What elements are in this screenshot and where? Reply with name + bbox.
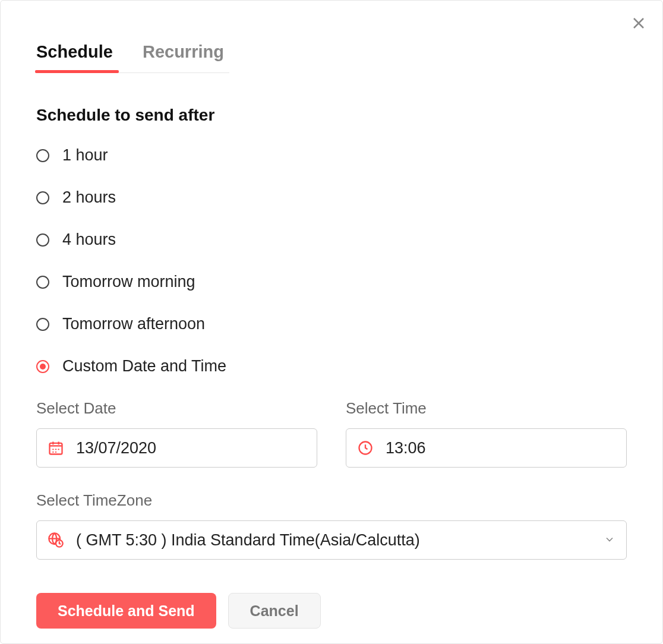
- svg-point-5: [55, 452, 56, 453]
- chevron-down-icon: [604, 531, 615, 550]
- radio-icon: [36, 149, 49, 162]
- schedule-options: 1 hour 2 hours 4 hours Tomorrow morning …: [36, 146, 627, 375]
- timezone-select[interactable]: ( GMT 5:30 ) India Standard Time(Asia/Ca…: [36, 520, 627, 560]
- time-value: 13:06: [386, 439, 615, 457]
- radio-4-hours[interactable]: 4 hours: [36, 231, 627, 249]
- timezone-label: Select TimeZone: [36, 491, 627, 510]
- radio-label: Tomorrow afternoon: [62, 315, 205, 333]
- radio-2-hours[interactable]: 2 hours: [36, 188, 627, 207]
- date-label: Select Date: [36, 399, 317, 418]
- radio-icon: [36, 233, 49, 247]
- radio-label: Tomorrow morning: [62, 273, 195, 291]
- tab-schedule[interactable]: Schedule: [36, 42, 113, 72]
- time-input[interactable]: 13:06: [346, 428, 627, 468]
- date-field: Select Date 13/07/2020: [36, 399, 317, 468]
- radio-label: 4 hours: [62, 231, 116, 249]
- svg-point-1: [52, 449, 53, 450]
- radio-tomorrow-morning[interactable]: Tomorrow morning: [36, 273, 627, 291]
- time-field: Select Time 13:06: [346, 399, 627, 468]
- svg-point-2: [55, 449, 56, 450]
- radio-label: 1 hour: [62, 146, 108, 165]
- clock-icon: [357, 440, 374, 456]
- radio-icon: [36, 191, 49, 204]
- time-label: Select Time: [346, 399, 627, 418]
- timezone-field: Select TimeZone ( GMT 5:30 ) India Stand…: [36, 491, 627, 560]
- radio-tomorrow-afternoon[interactable]: Tomorrow afternoon: [36, 315, 627, 333]
- date-time-row: Select Date 13/07/2020: [36, 399, 627, 468]
- timezone-value: ( GMT 5:30 ) India Standard Time(Asia/Ca…: [76, 531, 604, 550]
- action-buttons: Schedule and Send Cancel: [36, 593, 627, 629]
- date-value: 13/07/2020: [76, 439, 306, 457]
- schedule-modal: Schedule Recurring Schedule to send afte…: [0, 0, 663, 644]
- tabs: Schedule Recurring: [36, 42, 229, 73]
- radio-icon: [36, 276, 49, 289]
- radio-icon: [36, 318, 49, 331]
- svg-point-4: [52, 452, 53, 453]
- close-icon: [632, 16, 646, 33]
- calendar-icon: [48, 440, 64, 456]
- globe-clock-icon: [48, 532, 64, 548]
- section-title: Schedule to send after: [36, 106, 627, 125]
- tab-recurring[interactable]: Recurring: [143, 42, 224, 72]
- radio-icon: [36, 360, 49, 373]
- radio-label: Custom Date and Time: [62, 357, 226, 375]
- svg-point-3: [58, 449, 59, 450]
- cancel-button[interactable]: Cancel: [228, 593, 321, 629]
- radio-custom-date-time[interactable]: Custom Date and Time: [36, 357, 627, 375]
- date-input[interactable]: 13/07/2020: [36, 428, 317, 468]
- radio-label: 2 hours: [62, 188, 116, 207]
- radio-1-hour[interactable]: 1 hour: [36, 146, 627, 165]
- close-button[interactable]: [629, 15, 648, 34]
- schedule-send-button[interactable]: Schedule and Send: [36, 593, 216, 629]
